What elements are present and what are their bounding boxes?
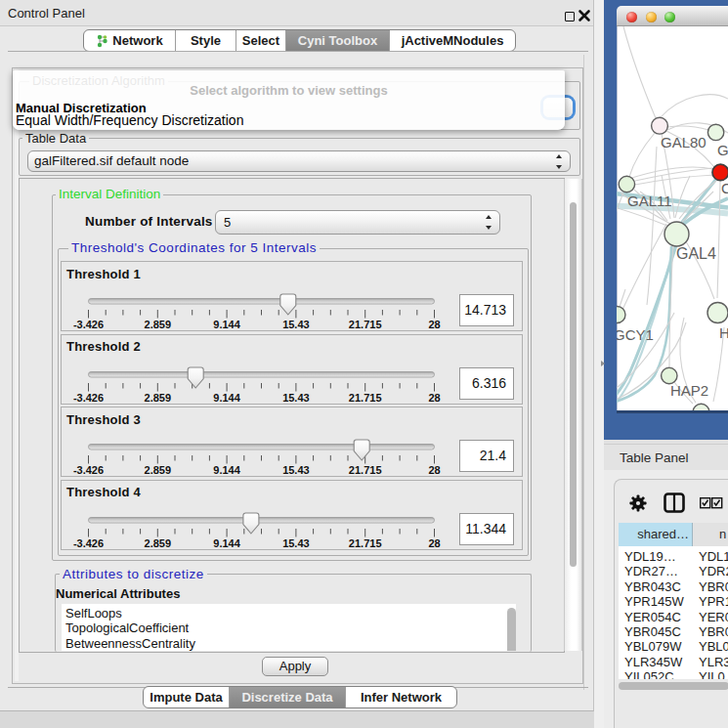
svg-text:GAL4: GAL4 <box>676 245 716 262</box>
svg-text:GAL80: GAL80 <box>661 134 707 150</box>
svg-text:HS: HS <box>719 324 728 341</box>
svg-text:2.859: 2.859 <box>145 537 172 549</box>
svg-text:2.859: 2.859 <box>145 392 172 404</box>
svg-text:-3.426: -3.426 <box>73 537 104 549</box>
svg-text:2.859: 2.859 <box>145 319 172 330</box>
svg-text:28: 28 <box>428 537 440 549</box>
svg-text:21.715: 21.715 <box>349 464 382 476</box>
svg-text:GA: GA <box>717 142 728 158</box>
svg-text:21.715: 21.715 <box>349 392 382 404</box>
svg-text:28: 28 <box>428 392 440 404</box>
svg-text:15.43: 15.43 <box>282 537 310 549</box>
svg-text:9.144: 9.144 <box>213 392 240 404</box>
svg-text:9.144: 9.144 <box>213 319 240 330</box>
svg-text:GCY1: GCY1 <box>617 326 654 343</box>
svg-text:28: 28 <box>428 464 440 476</box>
svg-text:28: 28 <box>428 319 440 330</box>
svg-text:9.144: 9.144 <box>213 537 240 549</box>
svg-text:15.43: 15.43 <box>282 464 310 476</box>
svg-text:-3.426: -3.426 <box>73 392 104 404</box>
svg-text:HAP2: HAP2 <box>670 382 708 399</box>
svg-text:15.43: 15.43 <box>282 392 310 404</box>
svg-text:-3.426: -3.426 <box>73 464 104 476</box>
svg-text:2.859: 2.859 <box>145 464 172 476</box>
svg-text:21.715: 21.715 <box>349 319 382 330</box>
svg-text:GAL11: GAL11 <box>627 193 672 209</box>
svg-text:-3.426: -3.426 <box>73 319 104 330</box>
svg-text:CO: CO <box>721 180 728 196</box>
svg-text:21.715: 21.715 <box>349 537 382 549</box>
svg-text:15.43: 15.43 <box>282 319 310 330</box>
svg-text:9.144: 9.144 <box>213 464 240 476</box>
